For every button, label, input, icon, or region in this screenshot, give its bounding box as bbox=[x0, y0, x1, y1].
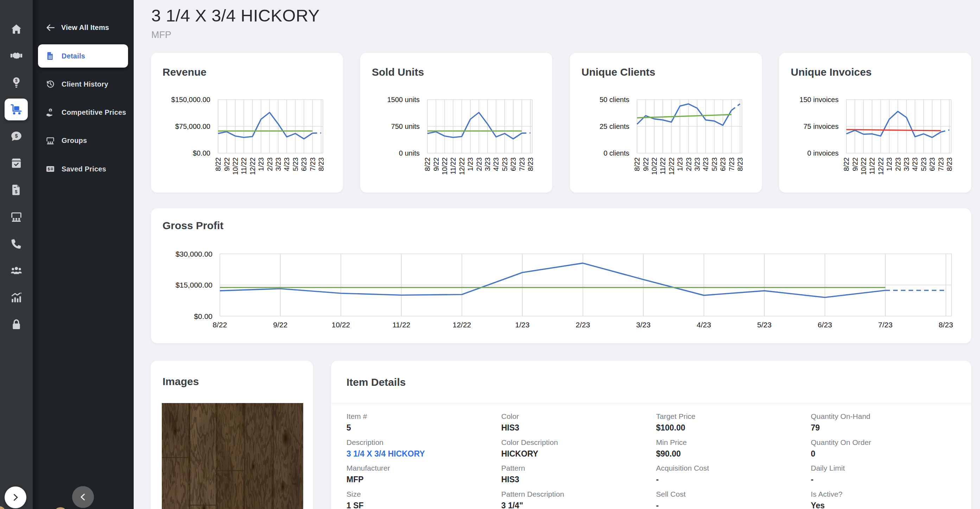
svg-text:5/23: 5/23 bbox=[757, 321, 772, 329]
nav-item-competitive-prices[interactable]: Competitive Prices bbox=[38, 101, 128, 124]
detail-field-is-active-: Is Active?Yes bbox=[811, 490, 966, 509]
detail-field-quantity-on-hand: Quantity On-Hand79 bbox=[811, 412, 966, 438]
chevron-right-icon bbox=[11, 493, 20, 502]
sold-units-card-title: Sold Units bbox=[372, 66, 424, 78]
nav-item-label: Groups bbox=[62, 137, 87, 145]
svg-text:3/23: 3/23 bbox=[903, 157, 910, 171]
svg-text:6/23: 6/23 bbox=[928, 157, 936, 171]
svg-text:9/22: 9/22 bbox=[642, 157, 650, 171]
field-label: Size bbox=[347, 490, 501, 498]
nav-item-label: Details bbox=[62, 52, 85, 60]
sidebar-expand-button[interactable] bbox=[5, 487, 26, 508]
unique-invoices-card: 150 invoices75 invoices0 invoices8/229/2… bbox=[779, 53, 971, 193]
gross-profit-card: $30,000.00$15,000.00$0.008/229/2210/2211… bbox=[151, 208, 971, 343]
field-value: HICKORY bbox=[501, 449, 656, 459]
field-value: 5 bbox=[347, 423, 501, 432]
users-icon bbox=[10, 264, 22, 277]
svg-text:9/22: 9/22 bbox=[223, 157, 231, 171]
field-label: Pattern Description bbox=[501, 490, 656, 498]
svg-text:6/23: 6/23 bbox=[300, 157, 308, 171]
rail-item-home[interactable] bbox=[5, 18, 28, 40]
rail-item-cart-box[interactable] bbox=[5, 99, 28, 120]
rail-item-handshake[interactable] bbox=[5, 45, 28, 67]
field-label: Quantity On Order bbox=[811, 438, 966, 447]
gross-profit-card-title: Gross Profit bbox=[162, 220, 223, 231]
unique-clients-card-title: Unique Clients bbox=[581, 66, 655, 78]
comment-dollar-icon bbox=[10, 130, 22, 142]
svg-text:750 units: 750 units bbox=[391, 123, 420, 130]
svg-text:8/23: 8/23 bbox=[317, 157, 325, 171]
file-lines-icon bbox=[46, 51, 55, 61]
svg-text:3/23: 3/23 bbox=[693, 157, 701, 171]
svg-text:$150,000.00: $150,000.00 bbox=[171, 96, 210, 104]
detail-field-quantity-on-order: Quantity On Order0 bbox=[811, 438, 966, 464]
svg-text:11/22: 11/22 bbox=[449, 157, 457, 175]
svg-text:5/23: 5/23 bbox=[711, 157, 718, 171]
svg-text:6/23: 6/23 bbox=[509, 157, 517, 171]
svg-text:11/22: 11/22 bbox=[240, 157, 248, 175]
svg-text:7/23: 7/23 bbox=[518, 157, 526, 171]
rail-item-users[interactable] bbox=[5, 260, 28, 282]
svg-text:11/22: 11/22 bbox=[393, 321, 410, 329]
field-label: Sell Cost bbox=[656, 490, 811, 498]
detail-field-manufacturer: ManufacturerMFP bbox=[347, 464, 501, 490]
rail-item-box-check[interactable] bbox=[5, 152, 28, 174]
sidebar-collapse-button[interactable] bbox=[72, 486, 94, 508]
field-value: 3 1/4" bbox=[501, 501, 656, 509]
svg-text:5/23: 5/23 bbox=[292, 157, 299, 171]
icon-rail bbox=[0, 0, 33, 509]
rail-item-screen-users[interactable] bbox=[5, 206, 28, 228]
hickory-wood-image bbox=[162, 403, 303, 509]
nav-item-groups[interactable]: Groups bbox=[38, 129, 128, 152]
svg-text:7/23: 7/23 bbox=[309, 157, 317, 171]
svg-text:1/23: 1/23 bbox=[257, 157, 265, 171]
svg-text:10/22: 10/22 bbox=[332, 321, 350, 329]
arrow-left-icon bbox=[45, 22, 56, 33]
svg-text:12/22: 12/22 bbox=[877, 157, 885, 175]
item-details-divider bbox=[331, 403, 971, 404]
svg-text:50 clients: 50 clients bbox=[600, 96, 630, 104]
field-value: MFP bbox=[347, 475, 501, 484]
rail-item-comment-dollar[interactable] bbox=[5, 125, 28, 147]
svg-text:0 invoices: 0 invoices bbox=[807, 149, 838, 157]
rail-item-lock[interactable] bbox=[5, 313, 28, 335]
field-label: Pattern bbox=[501, 464, 656, 472]
svg-text:6/23: 6/23 bbox=[719, 157, 727, 171]
svg-text:10/22: 10/22 bbox=[860, 157, 867, 175]
rail-item-phone[interactable] bbox=[5, 233, 28, 254]
field-value[interactable]: 3 1/4 X 3/4 HICKORY bbox=[347, 449, 501, 459]
field-value: Yes bbox=[811, 501, 966, 509]
chart-mixed-icon bbox=[10, 292, 22, 304]
rail-item-file-invoice-dollar[interactable] bbox=[5, 179, 28, 201]
svg-text:1500 units: 1500 units bbox=[387, 96, 420, 104]
svg-text:4/23: 4/23 bbox=[702, 157, 710, 171]
back-to-items-label: View All Items bbox=[61, 24, 109, 32]
rail-item-lightbulb-dollar[interactable] bbox=[5, 72, 28, 94]
svg-text:8/22: 8/22 bbox=[842, 157, 850, 171]
avatar-peek bbox=[54, 507, 68, 509]
sold-units-card: 1500 units750 units0 units8/229/2210/221… bbox=[360, 53, 552, 193]
svg-text:$0.00: $0.00 bbox=[194, 312, 212, 320]
handshake-icon bbox=[10, 49, 22, 62]
nav-item-details[interactable]: Details bbox=[38, 45, 128, 68]
svg-text:1/23: 1/23 bbox=[676, 157, 684, 171]
svg-text:$0.00: $0.00 bbox=[193, 149, 210, 157]
svg-text:8/23: 8/23 bbox=[527, 157, 535, 171]
svg-text:1/23: 1/23 bbox=[885, 157, 893, 171]
revenue-card-title: Revenue bbox=[162, 66, 207, 78]
nav-item-saved-prices[interactable]: Saved Prices bbox=[38, 157, 128, 180]
svg-text:9/22: 9/22 bbox=[273, 321, 288, 329]
svg-text:5/23: 5/23 bbox=[501, 157, 509, 171]
svg-text:3/23: 3/23 bbox=[484, 157, 492, 171]
back-to-items-button[interactable]: View All Items bbox=[33, 18, 134, 37]
field-value: HIS3 bbox=[501, 423, 656, 432]
svg-text:75 invoices: 75 invoices bbox=[803, 123, 838, 130]
screen-users-icon bbox=[10, 211, 22, 223]
detail-field-sell-cost: Sell Cost- bbox=[656, 490, 811, 509]
svg-text:7/23: 7/23 bbox=[728, 157, 735, 171]
home-icon bbox=[10, 23, 22, 35]
rail-item-chart-mixed[interactable] bbox=[5, 287, 28, 308]
nav-item-client-history[interactable]: Client History bbox=[38, 72, 128, 96]
field-value: - bbox=[656, 475, 811, 484]
product-photo[interactable] bbox=[162, 403, 303, 509]
